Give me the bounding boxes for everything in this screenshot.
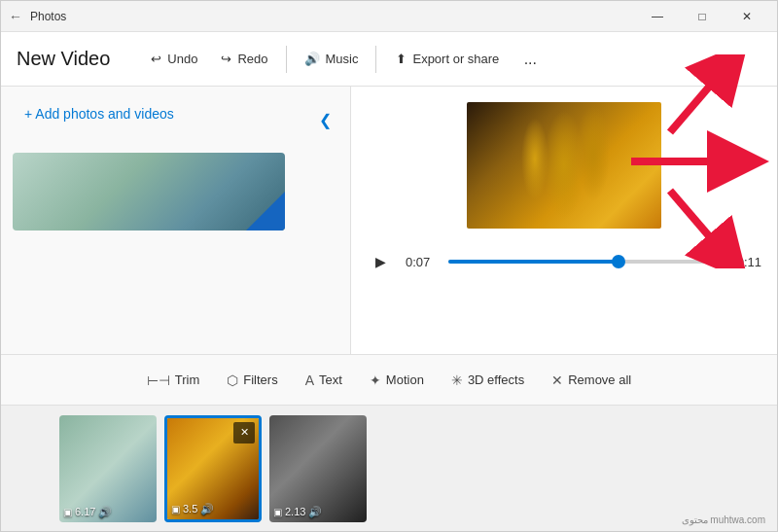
- export-icon: ⬆: [396, 52, 407, 66]
- film-clip-3[interactable]: ▣ 2.13 🔊: [269, 415, 367, 522]
- toolbar-group-left: ↩ Undo ↪ Redo: [141, 46, 277, 72]
- trim-label: Trim: [175, 372, 200, 387]
- progress-thumb[interactable]: [612, 255, 625, 268]
- undo-button[interactable]: ↩ Undo: [141, 46, 207, 72]
- trim-icon: ⊢⊣: [147, 372, 170, 388]
- clip-2-film-icon: ▣: [171, 504, 180, 514]
- back-icon[interactable]: ←: [9, 9, 22, 24]
- filters-label: Filters: [243, 372, 277, 387]
- redo-icon: ↪: [221, 52, 231, 66]
- watermark: muhtwa.com محتوى: [682, 514, 765, 525]
- remove-all-button[interactable]: ✕ Remove all: [542, 367, 641, 394]
- clip-3-audio-icon: 🔊: [308, 506, 322, 518]
- clip-2-audio-icon: 🔊: [200, 503, 214, 515]
- add-media-row: + Add photos and videos ❮: [13, 98, 338, 141]
- filters-icon: ⬡: [227, 372, 238, 388]
- trim-button[interactable]: ⊢⊣ Trim: [137, 367, 210, 394]
- window-title: Photos: [30, 10, 66, 23]
- motion-button[interactable]: ✦ Motion: [360, 367, 434, 394]
- minimize-button[interactable]: —: [635, 1, 680, 32]
- remove-label: Remove all: [568, 372, 631, 387]
- text-label: Text: [319, 372, 342, 387]
- clip-1-audio-icon: 🔊: [98, 506, 112, 518]
- motion-label: Motion: [386, 372, 424, 387]
- video-preview: [467, 102, 661, 229]
- chevron-button[interactable]: ❮: [311, 106, 338, 133]
- export-button[interactable]: ⬆ Export or share: [384, 46, 511, 72]
- clip-1-info: ▣ 6.17 🔊: [63, 506, 112, 518]
- main-content: + Add photos and videos ❮ ▶ 0:07 0:11: [1, 87, 777, 354]
- clip-1-film-icon: ▣: [63, 507, 72, 517]
- playback-controls: ▶ 0:07 0:11: [367, 248, 761, 275]
- toolbar: New Video ↩ Undo ↪ Redo 🔊 Music ⬆ Export…: [1, 32, 777, 87]
- add-media-button[interactable]: + Add photos and videos: [13, 98, 186, 129]
- progress-fill: [448, 260, 619, 264]
- title-bar-left: ← Photos: [9, 9, 66, 24]
- title-bar: ← Photos — □ ✕: [1, 1, 777, 32]
- music-button[interactable]: 🔊 Music: [295, 46, 369, 72]
- export-label: Export or share: [412, 52, 499, 66]
- clip-3-duration: 2.13: [285, 506, 305, 517]
- clip-2-close-button[interactable]: ✕: [233, 422, 255, 443]
- play-button[interactable]: ▶: [367, 248, 394, 275]
- title-bar-controls: — □ ✕: [635, 1, 769, 32]
- close-button[interactable]: ✕: [725, 1, 769, 32]
- effects-label: 3D effects: [468, 372, 524, 387]
- maximize-button[interactable]: □: [680, 1, 725, 32]
- more-button[interactable]: ...: [514, 44, 546, 75]
- toolbar-separator-2: [375, 46, 376, 73]
- music-icon: 🔊: [304, 52, 320, 66]
- clip-3-info: ▣ 2.13 🔊: [273, 506, 322, 518]
- toolbar-separator-1: [286, 46, 287, 73]
- remove-icon: ✕: [551, 372, 563, 388]
- film-clip-1[interactable]: ▣ 6.17 🔊: [59, 415, 157, 522]
- text-button[interactable]: A Text: [296, 367, 352, 394]
- left-panel: + Add photos and videos ❮: [1, 87, 351, 354]
- video-frame: [467, 102, 661, 229]
- effects-icon: ✳: [451, 372, 463, 388]
- clip-2-info: ▣ 3.5 🔊: [171, 503, 214, 515]
- time-current: 0:07: [406, 255, 437, 269]
- motion-icon: ✦: [370, 372, 381, 388]
- app-window: ← Photos — □ ✕ New Video ↩ Undo ↪ Redo 🔊…: [0, 0, 778, 532]
- app-title: New Video: [17, 48, 110, 70]
- undo-icon: ↩: [151, 52, 161, 66]
- time-total: 0:11: [730, 255, 761, 269]
- undo-label: Undo: [167, 52, 197, 66]
- music-label: Music: [326, 52, 359, 66]
- filters-button[interactable]: ⬡ Filters: [217, 367, 287, 394]
- clip-3-film-icon: ▣: [273, 507, 282, 517]
- film-clip-2[interactable]: ✕ ▣ 3.5 🔊: [164, 415, 262, 522]
- media-thumbnail: [13, 153, 285, 231]
- redo-label: Redo: [237, 52, 267, 66]
- filmstrip: ▣ 6.17 🔊 ✕ ▣ 3.5 🔊 ▣ 2.13 🔊: [1, 405, 777, 531]
- progress-bar[interactable]: [448, 260, 719, 264]
- redo-button[interactable]: ↪ Redo: [211, 46, 277, 72]
- text-icon: A: [305, 372, 314, 388]
- clip-2-duration: 3.5: [183, 503, 197, 514]
- clip-1-duration: 6.17: [75, 506, 95, 517]
- effects-button[interactable]: ✳ 3D effects: [442, 367, 534, 394]
- right-panel: ▶ 0:07 0:11: [351, 87, 777, 354]
- edit-toolbar: ⊢⊣ Trim ⬡ Filters A Text ✦ Motion ✳ 3D e…: [1, 354, 777, 405]
